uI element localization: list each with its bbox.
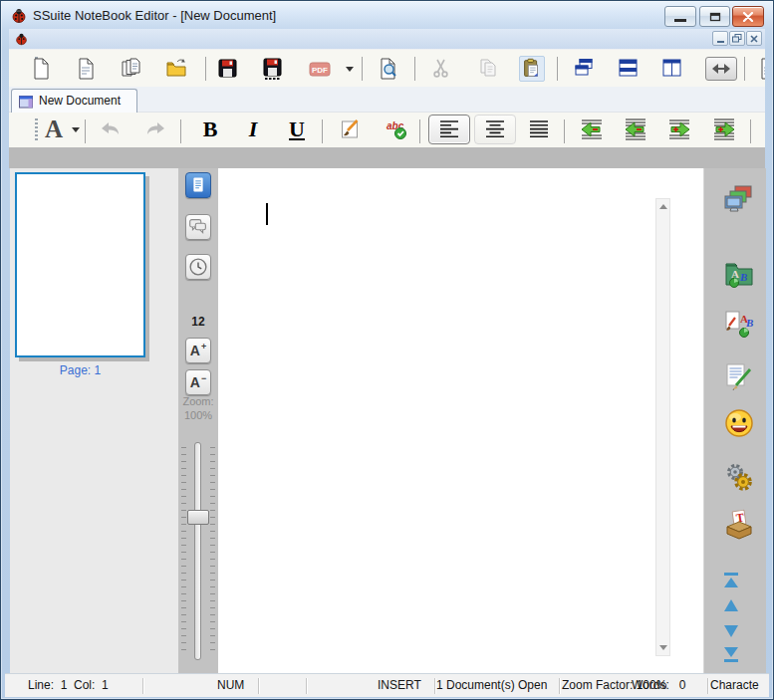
indent-paragraph-icon <box>711 117 737 142</box>
font-size-value: 12 <box>178 315 218 329</box>
maximize-button[interactable] <box>699 6 730 27</box>
status-separator <box>559 678 560 694</box>
window-title: SSuite NoteBook Editor - [New Document] <box>33 2 276 29</box>
outdent-paragraph-button[interactable] <box>623 117 648 142</box>
settings-gears-icon <box>723 461 755 493</box>
save-button[interactable] <box>215 56 241 82</box>
comments-button[interactable] <box>185 214 211 240</box>
copy-button[interactable] <box>475 56 501 82</box>
cascade-windows-button[interactable] <box>571 56 597 82</box>
spell-check-button[interactable]: abc <box>384 117 409 142</box>
mdi-minimize-button[interactable] <box>712 31 728 46</box>
page-view-button[interactable] <box>185 172 211 198</box>
scroll-down-button[interactable] <box>721 621 741 641</box>
text-stamp-icon: T <box>723 506 755 544</box>
scroll-bottom-button[interactable] <box>721 645 741 665</box>
tile-vertical-icon <box>659 56 685 82</box>
print-preview-button[interactable] <box>376 56 401 82</box>
scroll-up-button[interactable] <box>721 595 741 615</box>
justify-button[interactable] <box>518 115 560 144</box>
toggle-width-button[interactable] <box>704 56 738 82</box>
scroll-top-icon <box>721 571 741 590</box>
font-button[interactable]: A <box>39 117 69 142</box>
toolbar-separator <box>180 119 181 143</box>
toggle-width-icon <box>705 57 737 81</box>
undo-button[interactable] <box>98 117 124 142</box>
bold-button[interactable]: B <box>197 117 223 142</box>
toolbar-separator <box>750 119 751 143</box>
undo-icon <box>98 117 124 142</box>
status-word-count: Words: 0 <box>632 674 685 697</box>
new-document-button[interactable] <box>28 56 54 82</box>
close-button[interactable] <box>732 6 764 27</box>
format-brush-button[interactable] <box>338 117 364 142</box>
zoom-slider-thumb[interactable] <box>187 510 209 525</box>
export-pdf-button[interactable]: PDF <box>307 56 333 82</box>
scroll-up-arrow-icon[interactable] <box>659 204 667 209</box>
tile-vertical-button[interactable] <box>659 56 685 82</box>
outdent-line-button[interactable] <box>579 117 605 142</box>
toolbar-grip[interactable] <box>35 118 38 141</box>
editor-scrollbar[interactable] <box>655 198 670 656</box>
reference-folder-button[interactable]: AB <box>723 258 755 290</box>
tab-label: New Document <box>39 90 121 112</box>
format-page-button[interactable]: AB <box>723 308 755 340</box>
zoom-slider-track[interactable] <box>194 442 201 660</box>
new-from-template-button[interactable] <box>73 56 99 82</box>
tab-new-document[interactable]: New Document <box>11 89 137 113</box>
indent-paragraph-button[interactable] <box>711 117 737 142</box>
cut-button[interactable] <box>428 56 454 82</box>
scroll-down-arrow-icon[interactable] <box>659 645 667 650</box>
indent-line-button[interactable] <box>666 117 692 142</box>
format-page-icon: AB <box>723 308 755 340</box>
editor-surface[interactable] <box>218 168 703 673</box>
paste-button[interactable] <box>519 56 545 82</box>
svg-text:B: B <box>739 271 747 283</box>
tile-horizontal-icon <box>616 56 642 82</box>
format-toolbar: A B I U abc <box>9 113 765 147</box>
tile-horizontal-button[interactable] <box>616 56 642 82</box>
outdent-paragraph-icon <box>623 117 648 142</box>
screens-button[interactable] <box>723 183 755 215</box>
font-larger-button[interactable]: A+ <box>185 338 211 363</box>
open-button[interactable] <box>163 56 189 82</box>
underline-button[interactable]: U <box>284 117 310 142</box>
status-separator <box>142 678 143 694</box>
minimize-button[interactable] <box>664 6 696 27</box>
font-dropdown-button[interactable] <box>69 117 83 142</box>
mdi-close-button[interactable] <box>746 31 762 46</box>
save-icon <box>215 56 241 82</box>
italic-button[interactable]: I <box>240 117 266 142</box>
toolbar-separator <box>205 57 206 81</box>
scroll-top-button[interactable] <box>721 571 741 590</box>
page-thumbnail[interactable] <box>15 172 145 357</box>
font-smaller-button[interactable]: A− <box>185 369 211 395</box>
notes-button[interactable] <box>723 361 755 393</box>
ladybug-icon[interactable] <box>11 8 27 24</box>
cascade-windows-icon <box>571 56 597 82</box>
scroll-down-icon <box>721 621 741 641</box>
align-left-button[interactable] <box>428 115 470 144</box>
slider-ticks-right <box>210 447 215 651</box>
redo-button[interactable] <box>142 117 168 142</box>
screens-icon <box>723 183 755 215</box>
text-stamp-button[interactable]: T <box>723 506 755 544</box>
clipped-document-button[interactable] <box>755 56 765 82</box>
justify-icon <box>526 118 552 140</box>
page-number-label: Page: 1 <box>15 363 145 377</box>
duplicate-document-button[interactable] <box>118 56 143 82</box>
mdi-restore-button[interactable] <box>729 31 745 46</box>
mdi-app-icon[interactable] <box>15 32 28 50</box>
save-as-button[interactable] <box>260 56 286 82</box>
toolbar-separator <box>85 119 86 143</box>
tab-bar: New Document <box>9 87 765 113</box>
status-separator <box>306 678 307 694</box>
print-preview-icon <box>376 56 401 82</box>
new-document-icon <box>28 56 54 82</box>
settings-gears-button[interactable] <box>723 461 755 493</box>
history-button[interactable] <box>185 254 211 280</box>
smiley-button[interactable] <box>723 407 755 439</box>
align-center-button[interactable] <box>474 115 516 144</box>
pdf-dropdown-button[interactable] <box>342 56 358 82</box>
side-tools-panel: AB AB T <box>703 168 766 673</box>
